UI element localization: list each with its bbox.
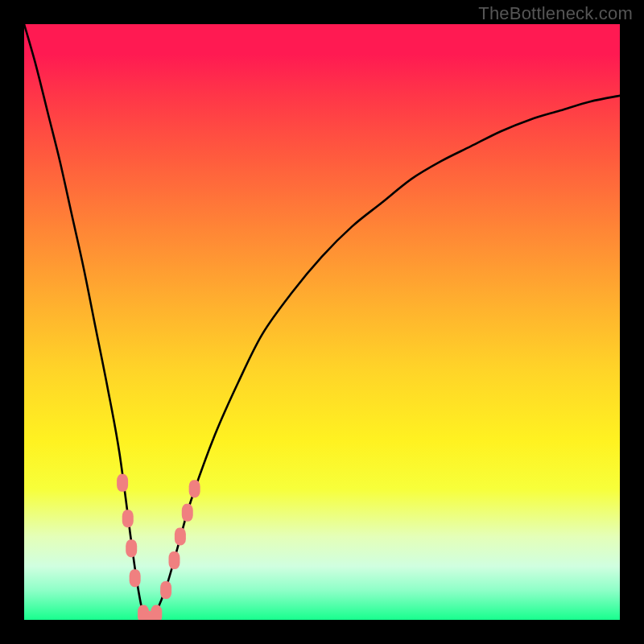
curve-marker [126,539,137,557]
curve-markers [117,474,200,620]
curve-marker [151,605,162,620]
curve-marker [168,551,180,569]
chart-frame: TheBottleneck.com [0,0,644,644]
bottleneck-curve [24,24,620,620]
chart-svg [24,24,620,620]
curve-marker [182,504,193,522]
curve-marker [160,581,171,599]
curve-marker [117,474,128,492]
watermark-text: TheBottleneck.com [478,3,633,24]
curve-marker [122,510,134,527]
curve-marker [130,569,141,587]
curve-marker [189,480,200,497]
curve-marker [175,527,186,545]
chart-plot-area [24,24,620,620]
